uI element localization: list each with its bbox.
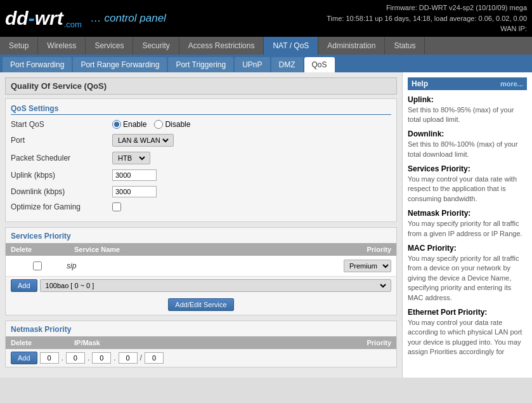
firmware-line3: WAN IP: xyxy=(327,23,527,34)
help-ethernet-priority-text: You may control your data rate according… xyxy=(408,318,527,357)
nav-setup[interactable]: Setup xyxy=(0,37,38,55)
services-col-priority: Priority xyxy=(260,243,396,256)
subnav-port-triggering[interactable]: Port Triggering xyxy=(168,57,233,72)
logo: dd - wrt .com xyxy=(5,8,82,29)
main-nav: Setup Wireless Services Security Access … xyxy=(0,37,532,55)
firmware-line1: Firmware: DD-WRT v24-sp2 (10/10/09) mega xyxy=(327,3,527,13)
services-col-name: Service Name xyxy=(69,243,260,256)
netmask-add-button[interactable]: Add xyxy=(11,352,37,364)
optimize-gaming-label: Optimize for Gaming xyxy=(11,202,112,211)
disable-radio-label[interactable]: Disable xyxy=(154,120,190,129)
port-label: Port xyxy=(11,136,112,145)
netmask-ip1[interactable] xyxy=(40,352,59,364)
logo-area: dd - wrt .com … control panel xyxy=(5,8,166,29)
ip-sep-1: . xyxy=(62,353,63,362)
nav-nat-qos[interactable]: NAT / QoS xyxy=(264,37,318,55)
more-link[interactable]: more... xyxy=(500,80,523,88)
subnav-port-range-forwarding[interactable]: Port Range Forwarding xyxy=(73,57,167,72)
service-priority-select-sip[interactable]: Premium Express Standard Bulk xyxy=(344,260,391,272)
netmask-priority-header: Delete IP/Mask Priority xyxy=(6,336,396,349)
help-mac-priority-title: MAC Priority: xyxy=(408,244,527,253)
logo-com: .com xyxy=(64,20,82,29)
netmask-col-priority: Priority xyxy=(260,336,396,349)
downlink-control xyxy=(112,186,157,197)
netmask-mask[interactable] xyxy=(145,352,164,364)
nav-access-restrictions[interactable]: Access Restrictions xyxy=(179,37,264,55)
netmask-ip2[interactable] xyxy=(66,352,85,364)
sidebar: Help more... Uplink: Set this to 80%-95%… xyxy=(402,72,532,378)
optimize-gaming-checkbox[interactable] xyxy=(112,202,121,211)
qos-settings-label: QoS Settings xyxy=(11,104,391,115)
nav-security[interactable]: Security xyxy=(133,37,179,55)
help-netmask-priority-title: Netmask Priority: xyxy=(408,209,527,218)
disable-radio[interactable] xyxy=(154,120,163,129)
uplink-input[interactable] xyxy=(112,169,157,181)
logo-dash: - xyxy=(29,8,35,29)
subnav-port-forwarding[interactable]: Port Forwarding xyxy=(3,57,72,72)
subnav-dmz[interactable]: DMZ xyxy=(271,57,303,72)
firmware-info: Firmware: DD-WRT v24-sp2 (10/10/09) mega… xyxy=(327,3,527,34)
netmask-ip3[interactable] xyxy=(92,352,111,364)
port-select-wrap[interactable]: LAN & WLAN WAN LAN xyxy=(112,134,174,147)
service-row-sip: sip Premium Express Standard Bulk xyxy=(6,256,396,277)
help-ethernet-priority-title: Ethernet Port Priority: xyxy=(408,308,527,317)
services-priority-label: Services Priority xyxy=(6,228,396,243)
main-content: Quality Of Service (QoS) QoS Settings St… xyxy=(0,72,402,378)
port-control: LAN & WLAN WAN LAN xyxy=(112,134,174,147)
enable-radio-text: Enable xyxy=(123,120,146,129)
netmask-ip4[interactable] xyxy=(119,352,138,364)
page-title: Quality Of Service (QoS) xyxy=(5,77,397,95)
downlink-input[interactable] xyxy=(112,186,157,197)
header: dd - wrt .com … control panel Firmware: … xyxy=(0,0,532,37)
enable-radio[interactable] xyxy=(112,120,121,129)
service-add-row: Add 100bao [ 0 ~ 0 ] xyxy=(6,277,396,294)
help-downlink-text: Set this to 80%-100% (max) of your total… xyxy=(408,140,527,159)
netmask-priority-panel: Netmask Priority Delete IP/Mask Priority… xyxy=(5,320,397,367)
start-qos-control: Enable Disable xyxy=(112,120,190,129)
service-add-select-wrap[interactable]: 100bao [ 0 ~ 0 ] xyxy=(40,279,391,292)
packet-scheduler-control: HTB HFSC xyxy=(112,152,150,164)
port-select[interactable]: LAN & WLAN WAN LAN xyxy=(115,136,171,145)
service-delete-checkbox-sip[interactable] xyxy=(33,261,42,270)
sub-nav: Port Forwarding Port Range Forwarding Po… xyxy=(0,55,532,72)
firmware-line2: Time: 10:58:11 up 16 days, 14:18, load a… xyxy=(327,13,527,24)
downlink-label: Downlink (kbps) xyxy=(11,187,112,196)
service-priority-select-wrap-sip[interactable]: Premium Express Standard Bulk xyxy=(344,260,391,272)
uplink-label: Uplink (kbps) xyxy=(11,171,112,180)
nav-wireless[interactable]: Wireless xyxy=(38,37,86,55)
help-services-priority-text: You may control your data rate with resp… xyxy=(408,175,527,204)
nav-status[interactable]: Status xyxy=(385,37,425,55)
subnav-upnp[interactable]: UPnP xyxy=(235,57,269,72)
help-header: Help more... xyxy=(408,77,527,90)
help-uplink-title: Uplink: xyxy=(408,95,527,104)
service-priority-sip: Premium Express Standard Bulk xyxy=(255,260,391,272)
netmask-priority-label: Netmask Priority xyxy=(6,321,396,336)
packet-scheduler-select-wrap[interactable]: HTB HFSC xyxy=(112,152,150,164)
service-row-delete-cell xyxy=(11,261,64,270)
service-name-sip: sip xyxy=(64,261,255,270)
help-title: Help xyxy=(412,79,428,88)
services-priority-header: Delete Service Name Priority xyxy=(6,243,396,256)
add-edit-service-button[interactable]: Add/Edit Service xyxy=(168,298,233,311)
nav-administration[interactable]: Administration xyxy=(318,37,385,55)
subnav-qos[interactable]: QoS xyxy=(304,57,335,72)
ip-sep-slash: / xyxy=(140,353,142,362)
services-col-delete: Delete xyxy=(6,243,69,256)
uplink-control xyxy=(112,169,157,181)
help-downlink-title: Downlink: xyxy=(408,129,527,138)
packet-scheduler-row: Packet Scheduler HTB HFSC xyxy=(11,152,391,164)
optimize-gaming-control xyxy=(112,202,121,211)
netmask-col-delete: Delete xyxy=(6,336,69,349)
netmask-add-row: Add . . . / xyxy=(6,349,396,367)
help-netmask-priority-text: You may specify priority for all traffic… xyxy=(408,219,527,239)
service-add-button[interactable]: Add xyxy=(11,279,37,292)
downlink-row: Downlink (kbps) xyxy=(11,186,391,197)
disable-radio-text: Disable xyxy=(165,120,190,129)
service-add-select[interactable]: 100bao [ 0 ~ 0 ] xyxy=(43,281,388,290)
enable-radio-label[interactable]: Enable xyxy=(112,120,146,129)
help-mac-priority-text: You may specify priority for all traffic… xyxy=(408,254,527,303)
packet-scheduler-select[interactable]: HTB HFSC xyxy=(115,154,147,162)
port-row: Port LAN & WLAN WAN LAN xyxy=(11,134,391,147)
nav-services[interactable]: Services xyxy=(86,37,133,55)
ip-sep-2: . xyxy=(88,353,89,362)
